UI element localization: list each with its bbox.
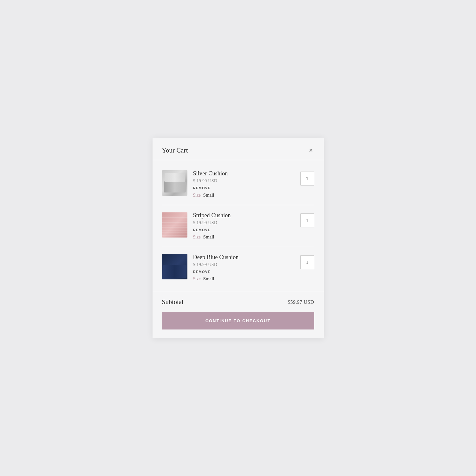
quantity-box[interactable]: 1 xyxy=(300,255,314,269)
quantity-box[interactable]: 1 xyxy=(300,172,314,186)
remove-button-silver[interactable]: REMOVE xyxy=(193,186,211,190)
item-details-striped: Striped Cushion $ 19.99 USD REMOVE Size … xyxy=(193,212,295,240)
item-image-silver xyxy=(162,170,187,196)
item-quantity-silver: 1 xyxy=(300,170,314,186)
item-details-silver: Silver Cushion $ 19.99 USD REMOVE Size S… xyxy=(193,170,295,198)
item-size: Size Small xyxy=(193,234,295,240)
size-value: Small xyxy=(203,192,214,198)
size-label: Size xyxy=(193,235,201,240)
checkout-button[interactable]: CONTINUE TO CHECKOUT xyxy=(162,312,314,329)
item-name: Striped Cushion xyxy=(193,212,295,219)
cart-panel: Your Cart × Silver Cushion $ 19.99 USD R… xyxy=(153,138,324,338)
item-quantity-striped: 1 xyxy=(300,212,314,227)
remove-button-blue[interactable]: REMOVE xyxy=(193,270,211,274)
item-size: Size Small xyxy=(193,276,295,282)
item-image-striped xyxy=(162,212,187,238)
cart-footer: Subtotal $59.97 USD CONTINUE TO CHECKOUT xyxy=(153,292,324,338)
table-row: Silver Cushion $ 19.99 USD REMOVE Size S… xyxy=(162,163,314,205)
item-price: $ 19.99 USD xyxy=(193,262,295,267)
item-quantity-blue: 1 xyxy=(300,254,314,269)
table-row: Deep Blue Cushion $ 19.99 USD REMOVE Siz… xyxy=(162,247,314,289)
item-name: Silver Cushion xyxy=(193,170,295,177)
cart-header: Your Cart × xyxy=(153,138,324,160)
quantity-box[interactable]: 1 xyxy=(300,213,314,227)
subtotal-label: Subtotal xyxy=(162,298,184,306)
close-button[interactable]: × xyxy=(308,147,314,154)
item-price: $ 19.99 USD xyxy=(193,179,295,184)
item-name: Deep Blue Cushion xyxy=(193,254,295,261)
subtotal-amount: $59.97 USD xyxy=(288,299,314,305)
cart-title: Your Cart xyxy=(162,147,188,154)
table-row: Striped Cushion $ 19.99 USD REMOVE Size … xyxy=(162,205,314,247)
item-image-blue xyxy=(162,254,187,279)
size-value: Small xyxy=(203,234,214,240)
item-details-blue: Deep Blue Cushion $ 19.99 USD REMOVE Siz… xyxy=(193,254,295,282)
item-price: $ 19.99 USD xyxy=(193,220,295,225)
remove-button-striped[interactable]: REMOVE xyxy=(193,228,211,232)
cart-items-list: Silver Cushion $ 19.99 USD REMOVE Size S… xyxy=(153,160,324,292)
size-value: Small xyxy=(203,276,214,282)
size-label: Size xyxy=(193,277,201,282)
subtotal-row: Subtotal $59.97 USD xyxy=(162,298,314,306)
item-size: Size Small xyxy=(193,192,295,198)
size-label: Size xyxy=(193,193,201,198)
